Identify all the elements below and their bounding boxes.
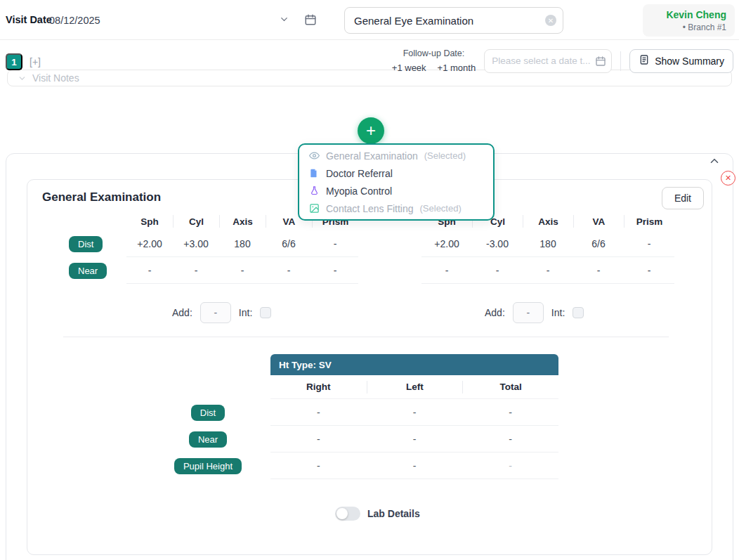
edit-button[interactable]: Edit — [662, 187, 704, 209]
ht-type-label: Ht Type: SV — [279, 360, 332, 370]
exam-title-field: ✕ — [344, 7, 563, 34]
menu-item-label: Myopia Control — [326, 185, 392, 197]
top-header-bar: Visit Date 08/12/2025 ✕ Kevin Cheng • Br… — [0, 0, 739, 40]
add-value-box[interactable]: - — [200, 302, 231, 323]
card-title: General Examination — [42, 190, 161, 204]
col-header-prism: Prism — [624, 215, 674, 228]
visit-date-label: Visit Date — [6, 14, 52, 25]
menu-item-contact-lens-fitting[interactable]: Contact Lens Fitting (Selected) — [299, 200, 493, 217]
lab-details-label: Lab Details — [367, 508, 420, 519]
user-name: Kevin Cheng — [651, 9, 726, 20]
menu-item-doctor-referral[interactable]: Doctor Referral — [299, 164, 493, 182]
ht-cell: - — [367, 426, 463, 452]
add-int-right-eye: Add: - Int: — [172, 302, 271, 323]
screen: Visit Notes Visit Date 08/12/2025 ✕ Kevi… — [0, 0, 739, 560]
rx-cell: - — [472, 257, 523, 283]
calendar-icon — [304, 13, 317, 28]
rx-cell: - — [573, 257, 624, 283]
rx-row-labels: Dist Near — [69, 230, 107, 284]
add-visit-tab-button[interactable]: [+] — [30, 56, 41, 67]
summary-report-icon — [639, 54, 650, 67]
chevron-down-icon — [279, 14, 289, 27]
ht-pupil-height-row: - - - — [270, 452, 558, 479]
pupil-height-row-button[interactable]: Pupil Height — [174, 458, 242, 474]
menu-item-general-examination[interactable]: General Examination (Selected) — [299, 147, 493, 164]
visit-date-select[interactable]: 08/12/2025 — [49, 13, 289, 28]
ht-cell: - — [462, 452, 558, 478]
rx-cell: - — [312, 257, 358, 283]
calendar-icon — [595, 56, 606, 67]
rx-cell: - — [312, 230, 358, 256]
add-int-left-eye: Add: - Int: — [485, 302, 584, 323]
ht-cell: - — [270, 452, 367, 478]
eye-icon — [308, 150, 320, 161]
menu-item-myopia-control[interactable]: Myopia Control — [299, 182, 493, 200]
visit-notes-label: Visit Notes — [32, 72, 79, 84]
rx-cell: +2.00 — [126, 230, 173, 256]
followup-date-label: Follow-up Date: — [403, 48, 465, 58]
chevron-up-icon[interactable] — [708, 155, 721, 169]
menu-item-label: General Examination — [326, 150, 418, 162]
dist-row-button[interactable]: Dist — [191, 405, 225, 421]
followup-date-input[interactable] — [484, 49, 612, 73]
ht-row-labels: Dist Near Pupil Height — [167, 399, 249, 479]
rx-cell: - — [624, 230, 674, 256]
lab-details-toggle[interactable] — [335, 507, 360, 521]
rx-cell: - — [523, 257, 573, 283]
dist-row-button[interactable]: Dist — [69, 236, 103, 252]
rx-right-dist-row: +2.00 +3.00 180 6/6 - — [126, 230, 358, 257]
rx-cell: - — [421, 257, 472, 283]
rx-cell: - — [219, 257, 266, 283]
ht-column-headers: Right Left Total — [270, 375, 558, 399]
flask-icon — [308, 185, 320, 196]
rx-cell: 6/6 — [573, 230, 624, 256]
section-divider — [63, 337, 669, 337]
show-summary-label: Show Summary — [655, 56, 724, 67]
col-header-sph: Sph — [126, 215, 173, 228]
calendar-button[interactable] — [302, 12, 319, 29]
near-row-button[interactable]: Near — [69, 263, 107, 279]
col-header-axis: Axis — [219, 215, 266, 228]
ht-type-header: Ht Type: SV — [270, 354, 558, 375]
add-exam-button[interactable]: + — [358, 117, 384, 144]
ht-near-row: - - - — [270, 426, 558, 452]
rx-cell: - — [266, 257, 312, 283]
followup-quick-buttons: +1 week +1 month — [392, 63, 476, 73]
show-summary-button[interactable]: Show Summary — [629, 49, 733, 73]
clear-icon[interactable]: ✕ — [545, 15, 556, 26]
plus-one-month-button[interactable]: +1 month — [438, 63, 476, 73]
image-icon — [308, 203, 320, 214]
col-header-right: Right — [270, 381, 367, 393]
exam-title-input[interactable] — [344, 7, 563, 34]
rx-cell: +2.00 — [421, 230, 472, 256]
rx-left-dist-row: +2.00 -3.00 180 6/6 - — [421, 230, 674, 257]
ht-cell: - — [270, 399, 367, 425]
toolbar-right-group: Follow-up Date: +1 week +1 month — [392, 48, 733, 73]
col-header-axis: Axis — [523, 215, 573, 228]
rx-cell: +3.00 — [173, 230, 219, 256]
followup-date-field — [484, 49, 612, 73]
add-value-box[interactable]: - — [513, 302, 544, 323]
rx-left-near-row: - - - - - — [421, 257, 674, 284]
close-icon[interactable]: ✕ — [721, 171, 735, 185]
menu-item-status: (Selected) — [420, 203, 462, 214]
rx-cell: 180 — [219, 230, 266, 256]
ht-cell: - — [462, 426, 558, 452]
rx-cell: - — [126, 257, 173, 283]
near-row-button[interactable]: Near — [189, 431, 227, 448]
int-checkbox[interactable] — [260, 307, 271, 318]
user-chip[interactable]: Kevin Cheng • Branch #1 — [643, 4, 735, 37]
ht-cell: - — [367, 399, 463, 425]
plus-one-week-button[interactable]: +1 week — [392, 63, 426, 73]
chevron-down-icon — [18, 74, 27, 83]
visit-date-value: 08/12/2025 — [49, 15, 100, 26]
menu-item-label: Contact Lens Fitting — [326, 203, 414, 214]
int-label: Int: — [551, 307, 565, 318]
visit-tab-1[interactable]: 1 — [6, 53, 22, 70]
document-icon — [308, 168, 320, 178]
menu-item-status: (Selected) — [424, 150, 466, 161]
toolbar-divider — [620, 51, 621, 71]
int-checkbox[interactable] — [573, 307, 584, 318]
menu-item-label: Doctor Referral — [326, 168, 393, 179]
col-header-total: Total — [462, 381, 558, 393]
